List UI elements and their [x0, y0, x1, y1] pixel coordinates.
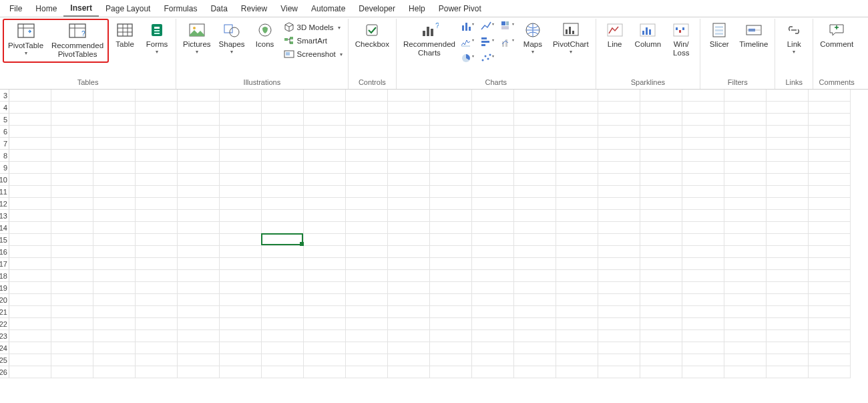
cell[interactable] — [262, 234, 304, 246]
cell[interactable] — [9, 90, 51, 102]
cell[interactable] — [809, 150, 851, 162]
cell[interactable] — [136, 138, 178, 150]
cell[interactable] — [724, 294, 767, 306]
cell[interactable] — [640, 354, 682, 366]
cell[interactable] — [178, 246, 220, 258]
cell[interactable] — [346, 126, 388, 138]
cell[interactable] — [136, 306, 178, 318]
cell[interactable] — [51, 186, 93, 198]
cell[interactable] — [556, 234, 598, 246]
cell[interactable] — [304, 210, 346, 222]
cell[interactable] — [262, 138, 304, 150]
cell[interactable] — [472, 366, 514, 378]
cell[interactable] — [514, 270, 556, 282]
checkbox-button[interactable]: Checkbox — [353, 20, 392, 50]
row-header[interactable]: 3 — [0, 90, 9, 102]
cell[interactable] — [178, 150, 220, 162]
spreadsheet[interactable]: 3456789101112131415161718192021222324252… — [0, 90, 868, 403]
cell[interactable] — [51, 162, 93, 174]
cell[interactable] — [262, 366, 304, 378]
cell[interactable] — [472, 306, 514, 318]
cell[interactable] — [93, 222, 136, 234]
cell[interactable] — [220, 90, 262, 102]
cell[interactable] — [93, 186, 136, 198]
cell[interactable] — [136, 234, 178, 246]
cell[interactable] — [556, 90, 598, 102]
cell[interactable] — [262, 174, 304, 186]
cell[interactable] — [472, 138, 514, 150]
cell[interactable] — [430, 210, 472, 222]
maps-button[interactable]: Maps ▾ — [518, 20, 548, 55]
cell[interactable] — [51, 318, 93, 330]
cell[interactable] — [178, 126, 220, 138]
row-header[interactable]: 17 — [0, 258, 9, 270]
recommended-charts-button[interactable]: ? Recommended Charts — [401, 20, 458, 59]
cell[interactable] — [304, 126, 346, 138]
row-header[interactable]: 23 — [0, 330, 9, 342]
cell[interactable] — [598, 234, 640, 246]
grid-row[interactable]: 26 — [0, 366, 868, 378]
cell[interactable] — [767, 330, 809, 342]
cell[interactable] — [430, 90, 472, 102]
cell[interactable] — [51, 306, 93, 318]
cell[interactable] — [556, 150, 598, 162]
cell[interactable] — [304, 186, 346, 198]
cell[interactable] — [178, 210, 220, 222]
cell[interactable] — [304, 342, 346, 354]
cell[interactable] — [93, 282, 136, 294]
grid-row[interactable]: 21 — [0, 306, 868, 318]
cell[interactable] — [472, 342, 514, 354]
cell[interactable] — [388, 234, 430, 246]
cell[interactable] — [809, 186, 851, 198]
cell[interactable] — [809, 270, 851, 282]
cell[interactable] — [51, 270, 93, 282]
grid-row[interactable]: 23 — [0, 330, 868, 342]
row-header[interactable]: 18 — [0, 270, 9, 282]
cell[interactable] — [430, 306, 472, 318]
grid-row[interactable]: 17 — [0, 258, 868, 270]
pivotchart-button[interactable]: PivotChart ▾ — [550, 20, 592, 55]
cell[interactable] — [767, 258, 809, 270]
cell[interactable] — [556, 246, 598, 258]
cell[interactable] — [767, 366, 809, 378]
cell[interactable] — [556, 318, 598, 330]
cell[interactable] — [304, 354, 346, 366]
cell[interactable] — [767, 234, 809, 246]
cell[interactable] — [430, 234, 472, 246]
row-header[interactable]: 14 — [0, 222, 9, 234]
cell[interactable] — [598, 138, 640, 150]
cell[interactable] — [346, 210, 388, 222]
cell[interactable] — [767, 246, 809, 258]
cell[interactable] — [514, 210, 556, 222]
cell[interactable] — [556, 210, 598, 222]
cell[interactable] — [472, 282, 514, 294]
cell[interactable] — [472, 126, 514, 138]
row-header[interactable]: 26 — [0, 366, 9, 378]
cell[interactable] — [724, 150, 767, 162]
cell[interactable] — [724, 318, 767, 330]
cell[interactable] — [514, 366, 556, 378]
cell[interactable] — [430, 138, 472, 150]
tab-file[interactable]: File — [3, 0, 29, 17]
cell[interactable] — [767, 342, 809, 354]
cell[interactable] — [346, 198, 388, 210]
tab-power-pivot[interactable]: Power Pivot — [432, 0, 488, 17]
cell[interactable] — [430, 174, 472, 186]
cell[interactable] — [136, 366, 178, 378]
cell[interactable] — [220, 186, 262, 198]
cell[interactable] — [724, 138, 767, 150]
row-header[interactable]: 11 — [0, 186, 9, 198]
comment-button[interactable]: Comment — [817, 20, 856, 50]
row-header[interactable]: 21 — [0, 306, 9, 318]
cell[interactable] — [472, 162, 514, 174]
cell[interactable] — [598, 114, 640, 126]
tab-help[interactable]: Help — [402, 0, 432, 17]
cell[interactable] — [767, 162, 809, 174]
cell[interactable] — [388, 90, 430, 102]
cell[interactable] — [598, 174, 640, 186]
cell[interactable] — [346, 270, 388, 282]
cell[interactable] — [136, 210, 178, 222]
cell[interactable] — [388, 114, 430, 126]
cell[interactable] — [136, 258, 178, 270]
cell[interactable] — [430, 162, 472, 174]
